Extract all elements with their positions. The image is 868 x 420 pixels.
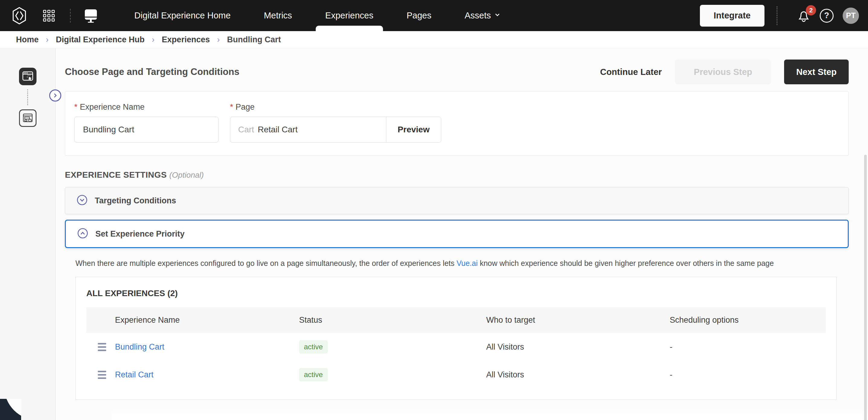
chevron-up-circle-icon bbox=[77, 228, 88, 240]
step-configure-experience-icon[interactable] bbox=[19, 109, 36, 127]
help-icon[interactable]: ? bbox=[820, 9, 834, 23]
experience-name-label: *Experience Name bbox=[74, 103, 218, 112]
table-row: Bundling Cart active All Visitors - bbox=[86, 333, 826, 361]
bottom-fade bbox=[112, 406, 868, 420]
nav-right-cluster: Integrate 2 ? PT bbox=[700, 5, 859, 27]
chevron-down-icon bbox=[494, 10, 501, 21]
required-asterisk: * bbox=[230, 103, 233, 112]
vertical-scrollbar[interactable] bbox=[864, 155, 867, 420]
all-experiences-title: ALL EXPERIENCES (2) bbox=[86, 288, 826, 298]
header-actions: Continue Later Previous Step Next Step bbox=[600, 59, 849, 84]
targeting-conditions-label: Targeting Conditions bbox=[95, 196, 176, 205]
priority-section-body: When there are multiple experiences conf… bbox=[65, 248, 849, 400]
experiences-table-header: Experience Name Status Who to target Sch… bbox=[86, 307, 826, 333]
page-field-group: *Page Cart Retail Cart Preview bbox=[230, 103, 441, 143]
page-type-prefix: Cart bbox=[238, 125, 254, 135]
nav-item-assets[interactable]: Assets bbox=[456, 0, 509, 31]
main-content: Choose Page and Targeting Conditions Con… bbox=[56, 48, 868, 420]
app-grid-icon[interactable] bbox=[43, 10, 55, 22]
optional-note: (Optional) bbox=[169, 170, 204, 179]
chevron-down-circle-icon bbox=[77, 195, 88, 207]
breadcrumb-separator: › bbox=[46, 35, 49, 45]
page-body: Choose Page and Targeting Conditions Con… bbox=[0, 48, 868, 420]
column-scheduling-options: Scheduling options bbox=[670, 315, 826, 325]
experience-link[interactable]: Retail Cart bbox=[115, 370, 299, 380]
experience-link[interactable]: Bundling Cart bbox=[115, 342, 299, 352]
status-badge: active bbox=[299, 368, 328, 381]
page-select-group: Cart Retail Cart Preview bbox=[230, 117, 441, 143]
nav-divider bbox=[70, 9, 71, 23]
page-label: *Page bbox=[230, 103, 441, 112]
notifications-bell-icon[interactable]: 2 bbox=[797, 9, 811, 23]
drag-handle-icon[interactable] bbox=[98, 371, 106, 379]
status-badge: active bbox=[299, 340, 328, 354]
breadcrumb-home[interactable]: Home bbox=[16, 35, 39, 45]
scheduling-value: - bbox=[670, 370, 826, 380]
breadcrumb-separator: › bbox=[217, 35, 220, 45]
breadcrumb-current-page: Bundling Cart bbox=[227, 35, 281, 45]
chat-widget-corner[interactable] bbox=[0, 399, 21, 420]
experience-form-card: *Experience Name *Page Cart Retail Cart … bbox=[65, 91, 849, 156]
display-monitor-icon[interactable] bbox=[84, 8, 98, 23]
vue-ai-link[interactable]: Vue.ai bbox=[457, 259, 478, 268]
required-asterisk: * bbox=[74, 103, 78, 112]
set-experience-priority-label: Set Experience Priority bbox=[95, 229, 185, 239]
breadcrumb-experiences[interactable]: Experiences bbox=[162, 35, 210, 45]
preview-button[interactable]: Preview bbox=[386, 117, 441, 142]
sidebar-expand-button[interactable] bbox=[49, 89, 61, 102]
continue-later-button[interactable]: Continue Later bbox=[600, 67, 662, 77]
page-title: Choose Page and Targeting Conditions bbox=[65, 66, 239, 77]
nav-item-pages[interactable]: Pages bbox=[398, 0, 440, 31]
vue-logo[interactable] bbox=[11, 7, 27, 25]
step-connector-line bbox=[27, 89, 28, 105]
notification-count-badge: 2 bbox=[806, 5, 816, 16]
next-step-button[interactable]: Next Step bbox=[784, 59, 849, 84]
priority-description: When there are multiple experiences conf… bbox=[75, 259, 849, 268]
drag-handle-icon[interactable] bbox=[98, 343, 106, 351]
column-status: Status bbox=[299, 315, 486, 325]
top-navigation-bar: Digital Experience Home Metrics Experien… bbox=[0, 0, 868, 31]
user-avatar[interactable]: PT bbox=[843, 7, 859, 24]
breadcrumb-digital-experience-hub[interactable]: Digital Experience Hub bbox=[56, 35, 145, 45]
targeting-conditions-accordion[interactable]: Targeting Conditions bbox=[65, 187, 849, 214]
who-to-target-value: All Visitors bbox=[486, 342, 670, 352]
all-experiences-card: ALL EXPERIENCES (2) Experience Name Stat… bbox=[75, 277, 837, 400]
nav-item-digital-experience-home[interactable]: Digital Experience Home bbox=[126, 0, 239, 31]
page-select-input[interactable]: Cart Retail Cart bbox=[230, 117, 386, 142]
wizard-step-sidebar bbox=[0, 48, 56, 420]
breadcrumb-separator: › bbox=[152, 35, 155, 45]
breadcrumb: Home › Digital Experience Hub › Experien… bbox=[0, 31, 868, 48]
integrate-button[interactable]: Integrate bbox=[700, 5, 765, 27]
primary-nav-menu: Digital Experience Home Metrics Experien… bbox=[118, 0, 518, 31]
experience-settings-section-title: EXPERIENCE SETTINGS (Optional) bbox=[65, 170, 849, 180]
experiences-table: Experience Name Status Who to target Sch… bbox=[86, 307, 826, 389]
page-header: Choose Page and Targeting Conditions Con… bbox=[65, 57, 849, 86]
scheduling-value: - bbox=[670, 342, 826, 352]
page-selected-value: Retail Cart bbox=[258, 125, 298, 135]
column-who-to-target: Who to target bbox=[486, 315, 670, 325]
experience-name-input[interactable] bbox=[74, 117, 218, 143]
experience-name-field-group: *Experience Name bbox=[74, 103, 218, 143]
table-row: Retail Cart active All Visitors - bbox=[86, 361, 826, 389]
nav-item-metrics[interactable]: Metrics bbox=[255, 0, 300, 31]
column-experience-name: Experience Name bbox=[115, 315, 299, 325]
nav-divider bbox=[777, 6, 777, 25]
set-experience-priority-accordion[interactable]: Set Experience Priority bbox=[65, 220, 849, 248]
who-to-target-value: All Visitors bbox=[486, 370, 670, 380]
nav-item-experiences[interactable]: Experiences bbox=[317, 0, 382, 31]
step-page-targeting-icon[interactable] bbox=[19, 68, 36, 85]
previous-step-button[interactable]: Previous Step bbox=[675, 59, 771, 84]
